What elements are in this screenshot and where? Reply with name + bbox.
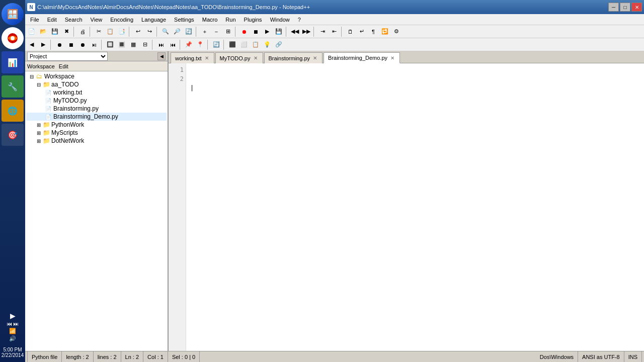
tb-undo[interactable]: ↩ [132, 26, 143, 37]
tb-zoomreset[interactable]: ⊞ [222, 26, 233, 37]
tb2-clip4[interactable]: ⏯ [89, 39, 100, 50]
tb-runprev[interactable]: ◀◀ [289, 26, 300, 37]
maximize-button[interactable]: □ [620, 3, 630, 12]
menu-view[interactable]: View [87, 15, 107, 25]
tree-toggle-myscripts[interactable]: ⊞ [35, 129, 42, 136]
close-button[interactable]: ✕ [631, 3, 642, 12]
tab-working-txt[interactable]: working.txt ✕ [171, 52, 214, 63]
panel-dropdown[interactable]: Project [27, 52, 108, 61]
tree-item-brainstorming-demo[interactable]: 📄 Brainstorming_Demo.py [26, 113, 167, 121]
tb2-a4[interactable]: ⊟ [139, 39, 150, 50]
taskbar-start[interactable]: 🪟 [2, 3, 24, 25]
tb-replace[interactable]: 🔄 [183, 26, 194, 37]
tab-brainstorming[interactable]: Brainstorming.py ✕ [264, 52, 323, 63]
tree-toggle-dotnetwork[interactable]: ⊞ [35, 137, 42, 144]
taskbar-extra1[interactable]: ⏮ [7, 321, 12, 327]
tb-syncscroll[interactable]: 🔁 [379, 26, 390, 37]
tb-print[interactable]: 🖨 [77, 26, 88, 37]
tb2-b1[interactable]: ⏭ [155, 39, 167, 50]
menu-window[interactable]: Window [266, 15, 294, 25]
tab-mytodo-close[interactable]: ✕ [253, 55, 259, 61]
tree-item-pythonwork[interactable]: ⊞ 📁 PythonWork [26, 121, 167, 129]
tb-closeall[interactable]: ✖ [61, 26, 72, 37]
tb-macro-play[interactable]: ▶ [262, 26, 273, 37]
tb2-e3[interactable]: 📋 [250, 39, 261, 50]
tb2-a2[interactable]: 🔳 [116, 39, 127, 50]
menu-macro[interactable]: Macro [198, 15, 222, 25]
tb-runnext[interactable]: ▶▶ [301, 26, 312, 37]
ws-menu-workspace[interactable]: Workspace [27, 63, 55, 69]
tb2-a1[interactable]: 🔲 [105, 39, 116, 50]
tb-macro-stop[interactable]: ⏹ [250, 26, 261, 37]
tree-toggle-pythonwork[interactable]: ⊞ [35, 121, 42, 128]
tb2-clip2[interactable]: ⏹ [65, 39, 76, 50]
taskbar-btn-5[interactable]: 🎯 [2, 124, 24, 146]
tb-macro-save[interactable]: 💾 [273, 26, 284, 37]
tab-brainstorming-close[interactable]: ✕ [312, 55, 318, 61]
tb-new[interactable]: 📄 [26, 26, 37, 37]
tb2-fwd[interactable]: ▶ [38, 39, 49, 50]
tb2-d1[interactable]: 🔄 [211, 39, 222, 50]
tab-brainstorming-demo-close[interactable]: ✕ [389, 55, 395, 61]
menu-help[interactable]: ? [294, 15, 305, 25]
tree-toggle-workspace[interactable]: ⊟ [28, 73, 35, 80]
tb2-clip3[interactable]: ⏺ [77, 39, 88, 50]
tb-save[interactable]: 💾 [49, 26, 60, 37]
tb-cut[interactable]: ✂ [93, 26, 104, 37]
panel-close-arrow[interactable]: ◀ [157, 52, 166, 60]
ws-menu-edit[interactable]: Edit [59, 63, 68, 69]
minimize-button[interactable]: ─ [608, 3, 619, 12]
taskbar-btn-3[interactable]: 🔧 [2, 75, 24, 98]
tb-indent[interactable]: ⇥ [317, 26, 328, 37]
tree-item-brainstorming[interactable]: 📄 Brainstorming.py [26, 105, 167, 113]
tb-find[interactable]: 🔍 [160, 26, 171, 37]
tb2-c1[interactable]: 📌 [183, 39, 194, 50]
tb2-e5[interactable]: 🔗 [273, 39, 284, 50]
tb-outdent[interactable]: ⇤ [329, 26, 340, 37]
taskbar-play[interactable]: ▶ [10, 312, 16, 320]
tb2-e2[interactable]: ⬜ [238, 39, 250, 50]
menu-language[interactable]: Language [137, 15, 170, 25]
tb-zoomin[interactable]: + [199, 26, 210, 37]
taskbar-extra2[interactable]: ⏭ [13, 321, 19, 327]
tree-item-myscripts[interactable]: ⊞ 📁 MyScripts [26, 129, 167, 137]
menu-search[interactable]: Search [61, 15, 87, 25]
taskbar-btn-1[interactable] [2, 27, 24, 49]
tb2-c2[interactable]: 📍 [195, 39, 206, 50]
tree-item-mytodo[interactable]: 📄 MyTODO.py [26, 97, 167, 105]
tree-item-working-txt[interactable]: 📄 working.txt [26, 88, 167, 97]
tb-copy[interactable]: 📋 [105, 26, 116, 37]
menu-edit[interactable]: Edit [43, 15, 61, 25]
taskbar-btn-2[interactable]: 📊 [2, 51, 24, 73]
tb2-e4[interactable]: 💡 [262, 39, 273, 50]
tb-zoomout[interactable]: − [211, 26, 222, 37]
tree-toggle-aa-todo[interactable]: ⊟ [35, 81, 42, 88]
tb-redo[interactable]: ↪ [144, 26, 155, 37]
menu-encoding[interactable]: Encoding [106, 15, 137, 25]
tb-lang[interactable]: 🗒 [345, 26, 356, 37]
tb-findnext[interactable]: 🔎 [172, 26, 183, 37]
tb2-b2[interactable]: ⏮ [167, 39, 178, 50]
tb-wordwrap[interactable]: ↵ [356, 26, 367, 37]
tab-brainstorming-demo[interactable]: Brainstorming_Demo.py ✕ [324, 52, 400, 63]
tb-open[interactable]: 📂 [38, 26, 49, 37]
menu-run[interactable]: Run [221, 15, 239, 25]
tb2-a3[interactable]: ▦ [128, 39, 139, 50]
tree-root[interactable]: ⊟ 🗂 Workspace [26, 72, 167, 80]
tb2-e1[interactable]: ⬛ [227, 39, 238, 50]
menu-plugins[interactable]: Plugins [240, 15, 266, 25]
editor-content[interactable] [186, 63, 644, 351]
tree-item-aa-todo[interactable]: ⊟ 📁 aa_TODO [26, 80, 167, 88]
tb-macro-rec[interactable]: ⏺ [238, 26, 250, 37]
tb2-back[interactable]: ◀ [26, 39, 37, 50]
taskbar-btn-4[interactable]: 🌐 [2, 100, 24, 122]
tb-allchars[interactable]: ¶ [368, 26, 379, 37]
tb2-clip1[interactable]: ⏺ [54, 39, 65, 50]
tree-item-dotnetwork[interactable]: ⊞ 📁 DotNetWork [26, 137, 167, 145]
tab-mytodo[interactable]: MyTODO.py ✕ [215, 52, 263, 63]
tab-working-txt-close[interactable]: ✕ [204, 55, 210, 61]
menu-file[interactable]: File [26, 15, 43, 25]
tb-paste[interactable]: 📑 [116, 26, 127, 37]
tb-syncedit[interactable]: ⚙ [391, 26, 402, 37]
menu-settings[interactable]: Settings [170, 15, 198, 25]
